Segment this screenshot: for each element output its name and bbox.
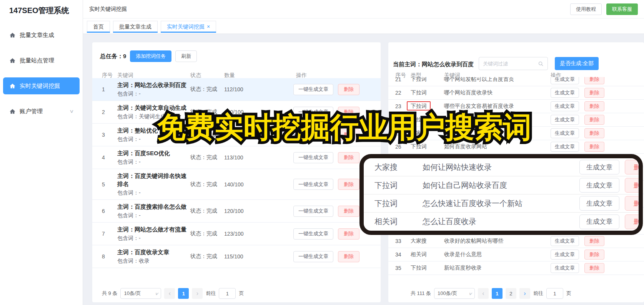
generate-article-button[interactable]: 一键生成文章 — [293, 107, 333, 118]
delete-button[interactable]: 删除 — [584, 128, 604, 138]
task-row[interactable]: 2主词：关键词文章自动生成包含词：关键词生成状态：完成100/100一键生成文章… — [92, 101, 381, 124]
keyword-row[interactable]: 22下拉词哪个网站百度收录快生成文章删除 — [388, 86, 644, 100]
task-no: 3 — [102, 132, 117, 138]
generate-article-button[interactable]: 生成文章 — [551, 115, 579, 125]
delete-button[interactable]: 删除 — [584, 101, 604, 111]
keyword-type: 大家搜 — [374, 162, 423, 173]
keyword-no: 22 — [395, 90, 411, 96]
generate-article-button[interactable]: 一键生成文章 — [293, 179, 333, 190]
page-size-select[interactable]: 100条/页∨ — [434, 288, 475, 299]
generate-article-button[interactable]: 生成文章 — [551, 263, 579, 273]
next-page-button[interactable]: › — [519, 288, 530, 299]
prev-page-button[interactable]: ‹ — [164, 288, 175, 299]
delete-button[interactable]: 删除 — [584, 250, 604, 260]
sidebar-item-realtime-keyword[interactable]: 实时关键词挖掘 — [3, 77, 80, 94]
tab-home[interactable]: 首页 — [87, 21, 110, 33]
generate-article-button[interactable]: 一键生成文章 — [293, 251, 333, 262]
generate-article-button[interactable]: 一键生成文章 — [293, 228, 333, 240]
keyword-actions: 生成文章删除 — [551, 142, 644, 152]
generate-article-button[interactable]: 生成文章 — [579, 196, 619, 211]
page-size-select[interactable]: 10条/页∨ — [120, 288, 161, 299]
generate-article-button[interactable]: 一键生成文章 — [293, 84, 333, 95]
generate-article-button[interactable]: 一键生成文章 — [293, 206, 333, 217]
delete-button[interactable]: 删除 — [338, 206, 359, 217]
keyword-text: 新站百度秒收录 — [444, 265, 551, 271]
delete-button[interactable]: 删除 — [338, 152, 359, 163]
prev-page-button[interactable]: ‹ — [478, 288, 489, 299]
delete-button[interactable]: 删除 — [625, 160, 643, 174]
tutorial-button[interactable]: 使用教程 — [570, 3, 602, 15]
tab-batch-article[interactable]: 批量文章生成 — [113, 21, 158, 33]
keyword-pagination: 共 111 条100条/页∨‹12›前往页 — [411, 288, 571, 299]
task-include-word: 包含词：- — [117, 189, 190, 197]
keyword-row[interactable]: 35下拉词新站百度秒收录生成文章删除 — [388, 261, 644, 275]
keyword-row[interactable]: 21下拉词哪个网站发帖可以上百度首页生成文章删除 — [388, 77, 644, 86]
delete-button[interactable]: 删除 — [338, 251, 359, 262]
keyword-no: 25 — [395, 130, 411, 136]
tab-realtime-keyword[interactable]: 实时关键词挖掘× — [161, 21, 216, 33]
task-row[interactable]: 7主词：网站怎么做才有流量包含词：-状态：完成123/100一键生成文章删除 — [92, 223, 381, 245]
keyword-type: 相关词 — [411, 251, 444, 258]
delete-button[interactable]: 删除 — [338, 84, 359, 95]
generate-article-button[interactable]: 生成文章 — [551, 236, 579, 246]
generate-article-button[interactable]: 一键生成文章 — [293, 129, 333, 141]
task-row[interactable]: 4主词：百度SEO优化包含词：-状态：完成113/100一键生成文章删除 — [92, 146, 381, 169]
goto-page-input[interactable] — [219, 288, 236, 299]
refresh-button[interactable]: 刷新 — [175, 50, 197, 62]
task-row[interactable]: 8主词：百度收录文章包含词：收录状态：完成115/100一键生成文章删除 — [92, 245, 381, 268]
keyword-row[interactable]: 25大家搜生成文章删除 — [388, 127, 644, 140]
keyword-row[interactable]: 26下拉词如何百度收录网站生成文章删除 — [388, 140, 644, 154]
close-icon[interactable]: × — [207, 23, 210, 30]
delete-button[interactable]: 删除 — [625, 178, 643, 193]
sidebar-item-account[interactable]: 账户管理 ∨ — [3, 103, 80, 120]
task-actions: 一键生成文章删除 — [261, 129, 381, 141]
task-row[interactable]: 5主词：百度关键词排名快速排名包含词：-状态：完成140/100一键生成文章删除 — [92, 169, 381, 200]
generate-article-button[interactable]: 生成文章 — [551, 250, 579, 260]
generate-article-button[interactable]: 生成文章 — [579, 215, 619, 229]
generate-filter-button[interactable]: 是否生成:全部 — [555, 57, 599, 70]
generate-article-button[interactable]: 生成文章 — [551, 142, 579, 152]
goto-page-input[interactable] — [546, 288, 563, 299]
delete-button[interactable]: 删除 — [584, 142, 604, 152]
task-row[interactable]: 6主词：百度搜索排名怎么做包含词：-状态：完成120/100一键生成文章删除 — [92, 200, 381, 223]
delete-button[interactable]: 删除 — [584, 77, 604, 84]
delete-button[interactable]: 删除 — [625, 215, 643, 229]
keyword-row[interactable]: 24下拉词生成文章删除 — [388, 113, 644, 127]
delete-button[interactable]: 删除 — [338, 129, 359, 141]
keyword-row[interactable]: 23下拉词哪些平台发文容易被百度收录生成文章删除 — [388, 100, 644, 113]
delete-button[interactable]: 删除 — [584, 115, 604, 125]
generate-article-button[interactable]: 生成文章 — [579, 178, 619, 193]
generate-article-button[interactable]: 生成文章 — [551, 88, 579, 98]
delete-button[interactable]: 删除 — [338, 228, 359, 240]
keyword-actions: 生成文章删除 — [551, 115, 644, 125]
keyword-type: 相关词 — [374, 216, 423, 227]
keyword-filter-input[interactable] — [483, 61, 538, 67]
delete-button[interactable]: 删除 — [584, 88, 604, 98]
sidebar-item-batch-site[interactable]: 批量站点管理 — [3, 52, 80, 69]
task-row[interactable]: 1主词：网站怎么收录到百度包含词：-状态：完成112/100一键生成文章删除 — [92, 78, 381, 101]
generate-article-button[interactable]: 生成文章 — [551, 101, 579, 111]
keyword-row[interactable]: 34相关词收录是什么意思生成文章删除 — [388, 248, 644, 261]
chevron-down-icon: ∨ — [69, 109, 74, 114]
next-page-button[interactable]: › — [192, 288, 203, 299]
contact-support-button[interactable]: 联系客服 — [606, 3, 638, 15]
sidebar-item-batch-article[interactable]: 批量文章生成 — [3, 27, 80, 44]
page-number-button[interactable]: 1 — [178, 288, 189, 299]
task-row[interactable]: 3主词：整站优化包含词：-状态：完成一键生成文章删除 — [92, 124, 381, 146]
delete-button[interactable]: 删除 — [584, 263, 604, 273]
keyword-row[interactable]: 33大家搜收录好的发帖网站有哪些生成文章删除 — [388, 235, 644, 248]
task-status: 状态：完成 — [190, 181, 224, 188]
generate-article-button[interactable]: 生成文章 — [551, 77, 579, 84]
delete-button[interactable]: 删除 — [584, 236, 604, 246]
generate-article-button[interactable]: 生成文章 — [551, 128, 579, 138]
generate-article-button[interactable]: 生成文章 — [579, 160, 619, 174]
add-mining-task-button[interactable]: 添加挖词任务 — [130, 50, 171, 62]
delete-button[interactable]: 删除 — [625, 196, 643, 211]
delete-button[interactable]: 删除 — [338, 179, 359, 190]
delete-button[interactable]: 删除 — [338, 107, 359, 118]
keyword-actions: 生成文章删除 — [551, 236, 644, 246]
generate-article-button[interactable]: 一键生成文章 — [293, 152, 333, 163]
page-number-button[interactable]: 1 — [492, 288, 503, 299]
page-number-button[interactable]: 2 — [506, 288, 516, 299]
keyword-type: 下拉词 — [374, 198, 423, 209]
